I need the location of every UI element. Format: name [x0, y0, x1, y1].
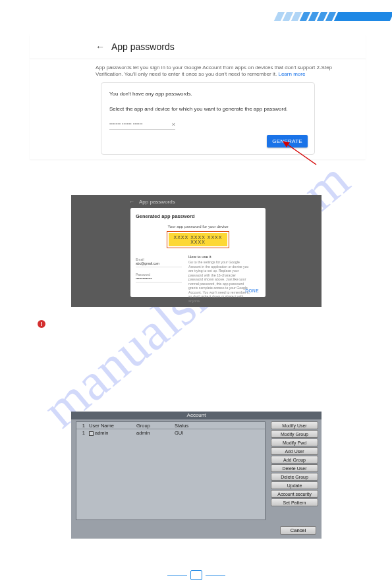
- back-arrow-icon[interactable]: ←: [129, 199, 134, 205]
- row-group: admin: [134, 429, 173, 436]
- modify-pwd-button[interactable]: Modify Pwd: [271, 439, 318, 446]
- email-value: abc@gmail.com: [136, 261, 182, 267]
- card-title: Generated app password: [136, 213, 260, 219]
- add-group-button[interactable]: Add Group: [271, 456, 318, 464]
- set-pattern-button[interactable]: Set Pattern: [271, 498, 318, 506]
- how-to-use-body: Go to the settings for your Google Accou…: [188, 260, 251, 303]
- no-passwords-text: You don't have any app passwords.: [109, 91, 306, 97]
- footer-line-right: [206, 575, 225, 575]
- delete-user-button[interactable]: Delete User: [271, 464, 318, 472]
- col-username: User Name: [87, 422, 134, 429]
- password-field-value: ••••••••••••••: [136, 277, 182, 282]
- account-security-button[interactable]: Account security: [271, 490, 318, 498]
- generated-password-value: XXXX XXXX XXXX XXXX: [169, 233, 227, 246]
- update-button[interactable]: Update: [271, 481, 318, 489]
- action-buttons: Modify User Modify Group Modify Pwd Add …: [271, 421, 318, 506]
- row-index: 1: [76, 429, 87, 436]
- password-label: Your app password for your device: [136, 225, 260, 228]
- user-table: 1 User Name Group Status 1 admin admin G…: [76, 421, 266, 520]
- row-username: admin: [87, 429, 134, 436]
- window-title: Account: [71, 412, 322, 419]
- generated-password-screenshot: ← App passwords Generated app password Y…: [71, 195, 322, 307]
- account-window-screenshot: Account 1 User Name Group Status 1 admin…: [71, 412, 322, 539]
- table-row[interactable]: 1 admin admin GUI: [76, 429, 265, 436]
- clear-icon[interactable]: ×: [172, 121, 175, 128]
- col-index: 1: [76, 422, 87, 429]
- delete-group-button[interactable]: Delete Group: [271, 473, 318, 481]
- instruction-text: Select the app and device for which you …: [109, 106, 306, 112]
- dialog-header: App passwords: [139, 199, 175, 205]
- row-status: GUI: [173, 429, 206, 436]
- done-button[interactable]: DONE: [245, 288, 259, 293]
- col-status: Status: [173, 422, 206, 429]
- page-subtitle: App passwords let you sign in to your Go…: [30, 59, 333, 78]
- password-highlight: XXXX XXXX XXXX XXXX: [167, 231, 229, 248]
- learn-more-link[interactable]: Learn more: [278, 71, 305, 77]
- col-group: Group: [134, 422, 173, 429]
- device-input[interactable]: ••••••• •••••• •••••• ×: [109, 121, 175, 130]
- modify-user-button[interactable]: Modify User: [271, 421, 318, 429]
- generated-password-card: Generated app password Your app password…: [130, 208, 266, 297]
- device-input-value: ••••••• •••••• ••••••: [109, 121, 142, 128]
- header-decoration: [276, 12, 392, 21]
- how-to-use-heading: How to use it: [188, 255, 260, 259]
- page-footer: [0, 570, 392, 580]
- warning-icon: !: [38, 320, 45, 328]
- row-checkbox[interactable]: [89, 431, 94, 436]
- page-title: App passwords: [111, 41, 175, 52]
- page-number-box: [190, 570, 202, 580]
- modify-group-button[interactable]: Modify Group: [271, 430, 318, 438]
- footer-line-left: [167, 575, 187, 575]
- annotation-arrow: [277, 138, 323, 168]
- back-arrow-icon[interactable]: ←: [96, 41, 105, 52]
- svg-line-0: [283, 142, 316, 165]
- cancel-button[interactable]: Cancel: [280, 526, 316, 535]
- add-user-button[interactable]: Add User: [271, 447, 318, 455]
